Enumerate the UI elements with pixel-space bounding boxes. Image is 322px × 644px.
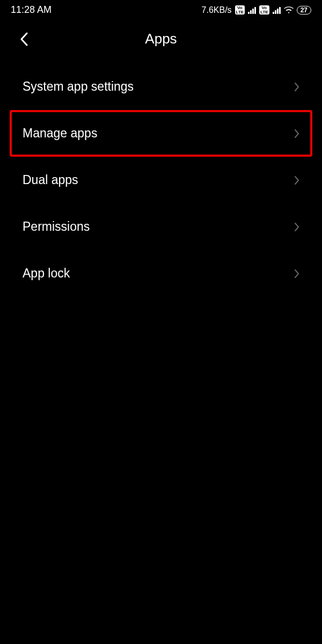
back-button[interactable] [16,31,32,47]
battery-level: 27 [301,7,308,13]
chevron-left-icon [20,32,28,46]
chevron-right-icon [294,222,299,232]
status-time: 11:28 AM [11,4,52,16]
volte-icon: VoLTE [235,5,245,14]
menu-item-app-lock[interactable]: App lock [10,250,312,297]
menu-item-label: Manage apps [23,126,97,141]
menu-list: System app settings Manage apps Dual app… [0,63,322,297]
status-bar-left: 11:28 AM [11,4,52,16]
menu-item-manage-apps[interactable]: Manage apps [10,110,312,157]
battery-icon: 27 [297,6,311,14]
chevron-right-icon [294,269,299,279]
wifi-icon [284,6,294,14]
menu-item-system-app-settings[interactable]: System app settings [10,63,312,110]
menu-item-label: Dual apps [23,173,78,187]
signal-icon [248,6,256,14]
page-title: Apps [145,31,177,47]
status-bar: 11:28 AM 7.6KB/s VoLTE VoLTE 27 [0,0,322,18]
chevron-right-icon [294,129,299,138]
volte-icon: VoLTE [259,5,269,14]
menu-item-dual-apps[interactable]: Dual apps [10,157,312,203]
data-rate: 7.6KB/s [202,5,232,15]
status-bar-right: 7.6KB/s VoLTE VoLTE 27 [202,5,311,15]
chevron-right-icon [294,175,299,185]
menu-item-permissions[interactable]: Permissions [10,203,312,250]
menu-item-label: Permissions [23,219,90,234]
menu-item-label: App lock [23,266,70,281]
menu-item-label: System app settings [23,79,134,94]
header: Apps [0,18,322,63]
signal-icon [273,6,281,14]
chevron-right-icon [294,82,299,92]
